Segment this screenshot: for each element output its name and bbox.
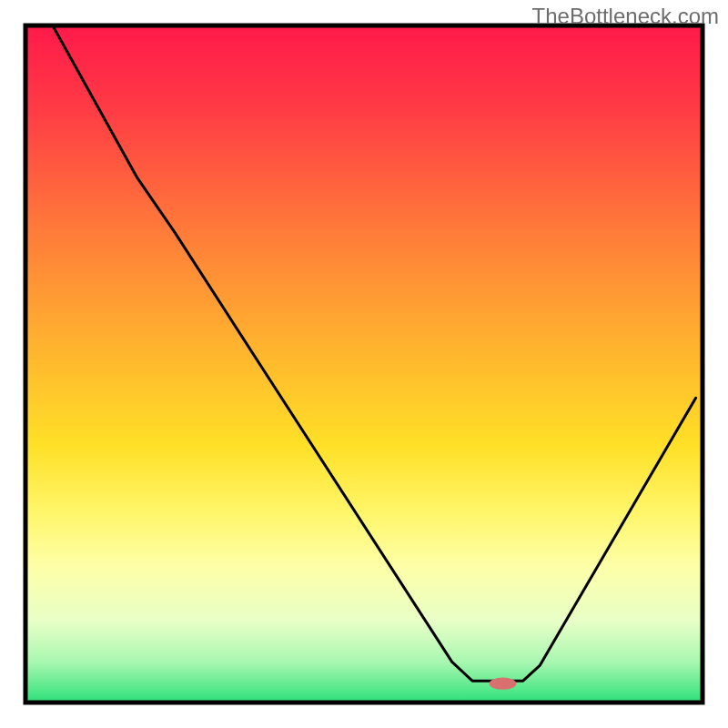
chart-svg xyxy=(0,0,728,728)
bottleneck-chart: TheBottleneck.com xyxy=(0,0,728,728)
optimal-marker xyxy=(490,677,517,689)
watermark-text: TheBottleneck.com xyxy=(532,4,719,29)
plot-background xyxy=(25,25,703,703)
